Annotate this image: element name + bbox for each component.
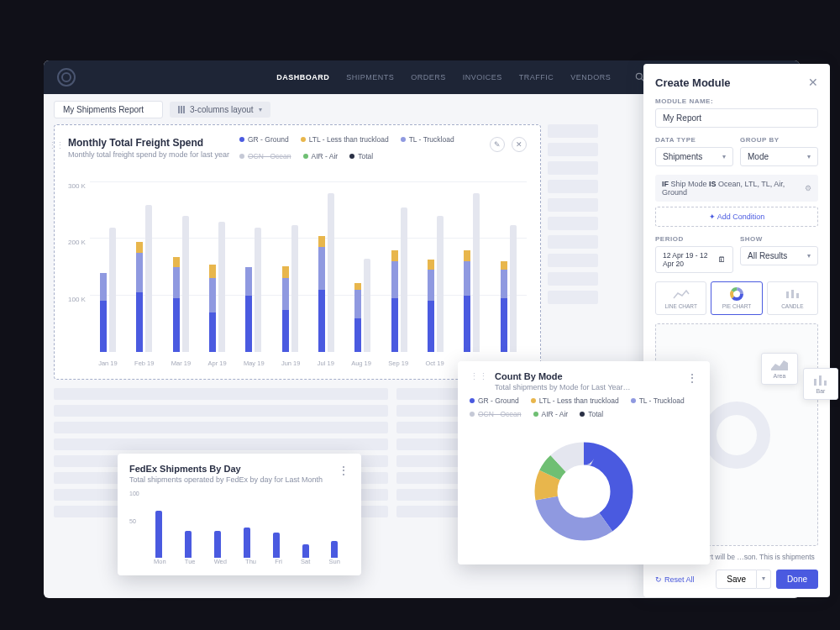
period-label: Period <box>655 235 733 243</box>
nav-shipments[interactable]: SHIPMENTS <box>346 73 394 81</box>
count-by-mode-card[interactable]: ⋮⋮ Count By Mode Total shipments by Mode… <box>458 361 710 564</box>
card-subtitle: Total shipments by Mode for Last Year… <box>495 383 631 391</box>
chart-type-area[interactable]: Area <box>761 353 798 385</box>
legend-item[interactable]: LTL - Less than truckload <box>301 135 389 144</box>
group-by-select[interactable]: Mode▾ <box>740 147 818 166</box>
chart-legend: GR - GroundLTL - Less than truckloadTL -… <box>239 135 508 160</box>
module-name-label: Module Name: <box>655 97 818 105</box>
logo-icon <box>57 68 76 87</box>
save-button[interactable]: Save▾ <box>716 570 771 589</box>
svg-rect-7 <box>786 291 789 298</box>
report-name-input[interactable]: My Shipments Report <box>54 101 163 118</box>
nav-dashboard[interactable]: DASHBOARD <box>276 73 329 81</box>
svg-rect-12 <box>824 381 827 386</box>
condition-row[interactable]: IF Ship Mode IS Ocean, LTL, TL, Air, Gro… <box>655 175 818 202</box>
donut-placeholder-icon <box>703 402 770 469</box>
card-subtitle: Monthly total freight spend by mode for … <box>68 150 229 159</box>
legend-item[interactable]: OCN - Ocean <box>470 410 522 418</box>
group-by-label: Group By <box>740 136 818 144</box>
data-type-select[interactable]: Shipments▾ <box>655 147 733 166</box>
card-subtitle: Total shipments operated by FedEx by day… <box>129 475 323 484</box>
chart-legend: GR - GroundLTL - Less than truckloadTL -… <box>470 396 698 418</box>
data-type-label: Data Type <box>655 136 733 144</box>
add-condition-button[interactable]: ✦ Add Condition <box>655 207 818 227</box>
show-select[interactable]: All Results▾ <box>740 246 818 265</box>
module-name-input[interactable] <box>655 108 818 128</box>
legend-item[interactable]: Total <box>580 410 603 418</box>
legend-item[interactable]: AIR - Air <box>303 152 339 160</box>
chart-type-selector: Line ChartPie ChartCandle <box>655 281 818 315</box>
legend-item[interactable]: GR - Ground <box>470 396 519 405</box>
calendar-icon: 🗓 <box>718 255 726 264</box>
svg-rect-9 <box>796 293 799 298</box>
chart-type-bar[interactable]: Bar <box>803 368 838 400</box>
svg-point-0 <box>637 73 643 79</box>
legend-item[interactable]: TL - Truckload <box>631 396 685 405</box>
nav-traffic[interactable]: TRAFFIC <box>519 73 554 81</box>
main-nav: DASHBOARDSHIPMENTSORDERSINVOICESTRAFFICV… <box>276 73 611 81</box>
nav-invoices[interactable]: INVOICES <box>463 73 502 81</box>
reset-button[interactable]: ↻ Reset All <box>655 575 695 584</box>
gear-icon[interactable]: ⚙ <box>805 184 811 192</box>
legend-item[interactable]: GR - Ground <box>239 135 289 144</box>
freight-spend-card[interactable]: ⋮⋮ Monthly Total Freight Spend Monthly t… <box>54 124 541 380</box>
svg-rect-11 <box>819 375 822 386</box>
card-title: Count By Mode <box>495 371 631 381</box>
donut-chart <box>521 428 647 554</box>
more-icon[interactable]: ⋮ <box>338 464 349 477</box>
close-icon[interactable]: ✕ <box>808 76 818 89</box>
mini-bar-chart: 10050 <box>144 491 349 558</box>
card-title: FedEx Shipments By Day <box>129 464 323 474</box>
period-select[interactable]: 12 Apr 19 - 12 Apr 20🗓 <box>655 246 733 273</box>
drag-handle-icon[interactable]: ⋮⋮ <box>48 140 63 151</box>
placeholder-column <box>548 124 598 304</box>
fedex-card[interactable]: FedEx Shipments By Day Total shipments o… <box>118 454 361 575</box>
done-button[interactable]: Done <box>776 570 818 589</box>
layout-selector[interactable]: 3-columns layout ▾ <box>170 102 270 118</box>
drag-handle-icon[interactable]: ⋮⋮ <box>470 371 488 382</box>
legend-item[interactable]: OCN - Ocean <box>239 152 291 160</box>
nav-orders[interactable]: ORDERS <box>411 73 446 81</box>
more-icon[interactable]: ⋮ <box>686 371 698 385</box>
legend-item[interactable]: Total <box>349 152 373 160</box>
columns-icon <box>178 106 185 113</box>
bar-chart: 300 K200 K100 K Jan 19Feb 19Mar 19Apr 19… <box>90 182 527 367</box>
close-icon[interactable]: ✕ <box>512 137 527 152</box>
chart-type-line[interactable]: Line Chart <box>655 281 706 315</box>
legend-item[interactable]: AIR - Air <box>533 410 569 418</box>
legend-item[interactable]: TL - Truckload <box>401 135 454 144</box>
svg-rect-8 <box>791 290 794 298</box>
chart-type-candle[interactable]: Candle <box>767 281 818 315</box>
svg-rect-10 <box>814 379 816 386</box>
nav-vendors[interactable]: VENDORS <box>570 73 611 81</box>
card-title: Monthly Total Freight Spend <box>68 137 229 149</box>
show-label: Show <box>740 235 818 243</box>
panel-title: Create Module <box>655 76 731 89</box>
chart-type-pie[interactable]: Pie Chart <box>711 281 762 315</box>
legend-item[interactable]: LTL - Less than truckload <box>531 396 619 405</box>
